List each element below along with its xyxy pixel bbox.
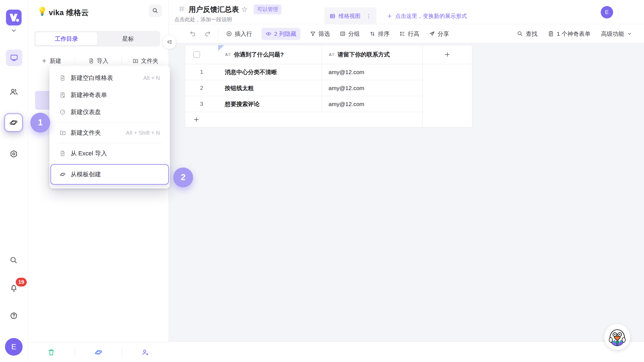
collapse-panel-button[interactable] [162, 35, 177, 49]
folder-label: 文件夹 [141, 57, 158, 65]
cell-contact[interactable]: amy@12.com [322, 64, 422, 80]
trash-button[interactable] [28, 348, 75, 356]
workspace-name[interactable]: vika 维格云 [49, 8, 89, 18]
filter-button[interactable]: 筛选 [310, 30, 330, 38]
insert-row-label: 插入行 [235, 30, 252, 38]
insert-row-button[interactable]: 插入行 [226, 30, 252, 38]
menu-item-create-from-template[interactable]: 从模板创建 [50, 164, 169, 185]
menu-item-new-folder[interactable]: 新建文件夹 Alt + Shift + N [49, 124, 170, 141]
find-button[interactable]: 查找 [517, 30, 537, 38]
view-tab-label: 维格视图 [338, 12, 360, 20]
menu-item-import-excel[interactable]: 从 Excel 导入 [49, 145, 170, 162]
settings-nav-button[interactable] [7, 148, 20, 161]
add-row-button[interactable] [185, 112, 422, 127]
tab-work-directory[interactable]: 工作目录 [36, 32, 97, 45]
help-button[interactable] [7, 309, 20, 322]
select-all-checkbox[interactable] [193, 51, 200, 58]
sort-button[interactable]: 排序 [369, 30, 390, 38]
menu-item-shortcut: Alt + Shift + N [126, 130, 160, 136]
redo-button[interactable] [204, 30, 211, 37]
contacts-nav-button[interactable] [7, 85, 20, 99]
hidden-fields-button[interactable]: 2 列隐藏 [261, 28, 300, 40]
planet-icon [59, 171, 66, 178]
invite-member-button[interactable] [122, 348, 169, 356]
import-label: 导入 [97, 57, 108, 65]
share-label: 分享 [438, 30, 449, 38]
row-number-cell[interactable]: 2 [185, 80, 218, 96]
group-icon [340, 31, 346, 37]
new-node-dropdown-menu: 新建空白维格表 Alt + N 新建神奇表单 新建仪表盘 新建文件夹 Alt +… [49, 66, 170, 188]
column-title: 请留下你的联系方式 [338, 51, 390, 58]
undo-button[interactable] [189, 30, 197, 37]
view-menu-dots[interactable]: ⋮ [366, 13, 372, 19]
menu-item-shortcut: Alt + N [143, 75, 160, 81]
row-height-button[interactable]: 行高 [399, 30, 419, 38]
add-column-body [422, 64, 472, 127]
tab-starred[interactable]: 星标 [97, 32, 159, 45]
group-button[interactable]: 分组 [340, 30, 360, 38]
cell-problem[interactable]: 消息中心分类不清晰 [218, 64, 322, 80]
trash-icon [47, 348, 55, 356]
cell-problem[interactable]: 按钮线太粗 [218, 80, 322, 96]
new-node-button[interactable]: 新建 [28, 57, 75, 65]
document-title[interactable]: 用户反馈汇总表 [189, 5, 239, 14]
template-center-button[interactable] [75, 348, 122, 357]
menu-item-label: 从 Excel 导入 [71, 149, 107, 158]
vika-logo[interactable] [6, 10, 22, 25]
menu-item-label: 新建空白维格表 [71, 74, 113, 82]
planet-icon [94, 348, 103, 357]
menu-item-new-form[interactable]: 新建神奇表单 [49, 87, 170, 104]
description-placeholder[interactable]: 点击此处，添加一段说明 [174, 16, 232, 23]
panel-search-button[interactable] [149, 4, 162, 17]
datasheet-table: A 你遇到了什么问题? A 请留下你的联系方式 1 消息中心分类不清晰 amy@… [185, 45, 472, 128]
new-node-label: 新建 [50, 57, 61, 65]
row-number-cell[interactable]: 3 [185, 96, 218, 112]
workspace-header: 💡 vika 维格云 [28, 0, 169, 25]
add-view-link[interactable]: 点击这里，变换新的展示形式 [387, 7, 467, 25]
plus-icon [193, 116, 200, 123]
magic-form-label: 1 个神奇表单 [557, 30, 590, 38]
group-label: 分组 [348, 30, 360, 38]
import-button[interactable]: 导入 [75, 57, 122, 65]
footer-divider [169, 341, 644, 342]
svg-text:A: A [329, 52, 332, 57]
hidden-fields-label: 2 列隐藏 [274, 30, 296, 38]
active-view-tab[interactable]: 维格视图 ⋮ [324, 7, 376, 25]
monitor-icon [10, 53, 18, 62]
workspace-switch-chevron-icon[interactable] [10, 27, 17, 34]
filter-funnel-icon [310, 31, 316, 37]
new-folder-button[interactable]: 文件夹 [122, 57, 169, 65]
global-search-button[interactable] [7, 254, 20, 267]
plus-icon [41, 58, 47, 64]
advanced-features-label: 高级功能 [601, 30, 624, 38]
person-plus-icon [141, 348, 149, 356]
cell-contact[interactable]: amy@12.com [322, 80, 422, 96]
advanced-features-button[interactable]: 高级功能 [601, 30, 632, 38]
column-title: 你遇到了什么问题? [234, 51, 284, 58]
user-avatar[interactable]: E [5, 338, 23, 356]
column-header-problem[interactable]: A 你遇到了什么问题? [218, 45, 322, 64]
cell-problem[interactable]: 想要搜索评论 [218, 96, 322, 112]
menu-item-label: 新建仪表盘 [71, 108, 101, 116]
cell-contact[interactable]: amy@12.com [322, 96, 422, 112]
template-center-nav-button[interactable] [4, 114, 23, 132]
file-plus-icon [59, 75, 66, 81]
share-plane-icon [429, 31, 435, 37]
share-button[interactable]: 分享 [429, 30, 449, 38]
left-rail: 19 E [0, 0, 28, 362]
column-header-contact[interactable]: A 请留下你的联系方式 [322, 45, 422, 64]
collaborator-avatar[interactable]: E [601, 6, 613, 18]
workspace-emoji: 💡 [37, 7, 47, 16]
menu-item-new-dashboard[interactable]: 新建仪表盘 [49, 104, 170, 121]
workbench-nav-button[interactable] [6, 50, 22, 66]
star-toggle-icon[interactable]: ☆ [241, 5, 248, 14]
eye-icon [265, 31, 272, 37]
row-number-cell[interactable]: 1 [185, 64, 218, 80]
add-column-button[interactable] [422, 45, 472, 64]
magic-form-button[interactable]: 1 个神奇表单 [548, 30, 590, 38]
menu-item-new-datasheet[interactable]: 新建空白维格表 Alt + N [49, 69, 170, 87]
guide-step-2-badge: 2 [173, 168, 193, 187]
text-field-type-icon: A [328, 52, 335, 58]
collapse-panel-icon [166, 38, 173, 45]
mascot-help-widget[interactable] [604, 324, 630, 350]
